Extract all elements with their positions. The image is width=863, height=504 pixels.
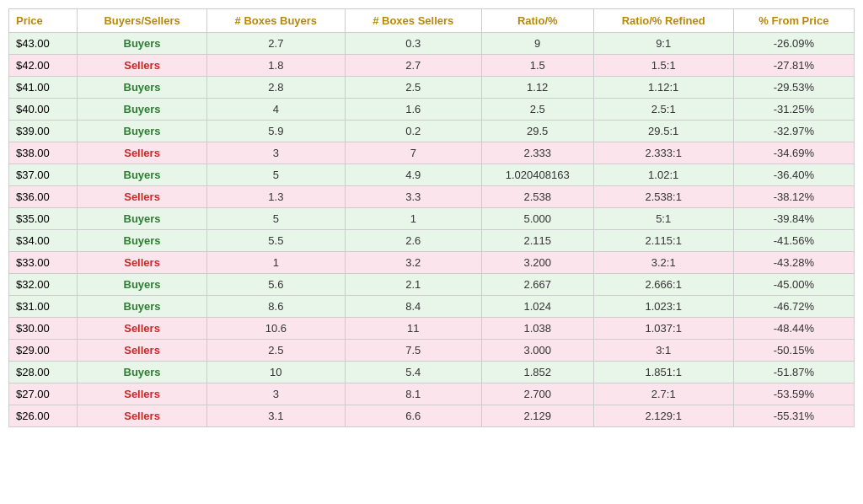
table-row: $36.00Sellers1.33.32.5382.538:1-38.12% (9, 186, 855, 208)
cell-14-6: -50.15% (733, 340, 854, 362)
cell-4-5: 29.5:1 (593, 121, 733, 142)
table-row: $39.00Buyers5.90.229.529.5:1-32.97% (9, 121, 855, 142)
cell-17-4: 2.129 (481, 405, 593, 427)
cell-3-0: $40.00 (9, 99, 78, 121)
table-row: $26.00Sellers3.16.62.1292.129:1-55.31% (9, 405, 855, 427)
cell-13-5: 1.037:1 (593, 318, 733, 340)
cell-0-5: 9:1 (593, 33, 733, 55)
cell-3-3: 1.6 (345, 99, 481, 121)
table-row: $33.00Sellers13.23.2003.2:1-43.28% (9, 252, 855, 274)
cell-11-4: 2.667 (481, 274, 593, 296)
cell-13-0: $30.00 (9, 318, 78, 340)
cell-12-2: 8.6 (206, 296, 345, 318)
cell-7-6: -38.12% (733, 186, 854, 208)
table-row: $27.00Sellers38.12.7002.7:1-53.59% (9, 383, 855, 405)
cell-3-1: Buyers (78, 99, 207, 121)
table-row: $29.00Sellers2.57.53.0003:1-50.15% (9, 340, 855, 362)
cell-10-6: -43.28% (733, 252, 854, 274)
cell-13-2: 10.6 (206, 318, 345, 340)
cell-2-4: 1.12 (481, 77, 593, 99)
cell-1-1: Sellers (78, 55, 207, 77)
cell-10-5: 3.2:1 (593, 252, 733, 274)
cell-16-4: 2.700 (481, 383, 593, 405)
table-row: $38.00Sellers372.3332.333:1-34.69% (9, 142, 855, 164)
cell-3-6: -31.25% (733, 99, 854, 121)
column-header-1: Buyers/Sellers (78, 9, 207, 33)
column-header-0: Price (9, 9, 78, 33)
cell-12-5: 1.023:1 (593, 296, 733, 318)
cell-1-2: 1.8 (206, 55, 345, 77)
cell-9-4: 2.115 (481, 230, 593, 252)
cell-8-3: 1 (345, 208, 481, 230)
cell-16-2: 3 (206, 383, 345, 405)
cell-4-0: $39.00 (9, 121, 78, 142)
cell-8-2: 5 (206, 208, 345, 230)
cell-4-2: 5.9 (206, 121, 345, 142)
cell-12-1: Buyers (78, 296, 207, 318)
cell-6-4: 1.020408163 (481, 164, 593, 186)
price-table: PriceBuyers/Sellers# Boxes Buyers# Boxes… (8, 8, 855, 427)
cell-6-2: 5 (206, 164, 345, 186)
cell-1-5: 1.5:1 (593, 55, 733, 77)
cell-8-1: Buyers (78, 208, 207, 230)
cell-8-6: -39.84% (733, 208, 854, 230)
cell-10-3: 3.2 (345, 252, 481, 274)
cell-8-4: 5.000 (481, 208, 593, 230)
cell-17-2: 3.1 (206, 405, 345, 427)
cell-10-1: Sellers (78, 252, 207, 274)
cell-7-4: 2.538 (481, 186, 593, 208)
table-row: $43.00Buyers2.70.399:1-26.09% (9, 33, 855, 55)
cell-9-3: 2.6 (345, 230, 481, 252)
cell-5-5: 2.333:1 (593, 142, 733, 164)
cell-10-0: $33.00 (9, 252, 78, 274)
cell-10-2: 1 (206, 252, 345, 274)
cell-5-0: $38.00 (9, 142, 78, 164)
cell-14-0: $29.00 (9, 340, 78, 362)
cell-15-3: 5.4 (345, 362, 481, 383)
cell-14-3: 7.5 (345, 340, 481, 362)
cell-0-3: 0.3 (345, 33, 481, 55)
cell-6-3: 4.9 (345, 164, 481, 186)
cell-17-6: -55.31% (733, 405, 854, 427)
cell-5-6: -34.69% (733, 142, 854, 164)
cell-12-0: $31.00 (9, 296, 78, 318)
cell-0-2: 2.7 (206, 33, 345, 55)
cell-7-0: $36.00 (9, 186, 78, 208)
cell-3-5: 2.5:1 (593, 99, 733, 121)
cell-12-3: 8.4 (345, 296, 481, 318)
cell-15-2: 10 (206, 362, 345, 383)
column-header-3: # Boxes Sellers (345, 9, 481, 33)
column-header-2: # Boxes Buyers (206, 9, 345, 33)
cell-16-0: $27.00 (9, 383, 78, 405)
cell-17-0: $26.00 (9, 405, 78, 427)
cell-17-3: 6.6 (345, 405, 481, 427)
cell-11-3: 2.1 (345, 274, 481, 296)
cell-11-2: 5.6 (206, 274, 345, 296)
cell-0-6: -26.09% (733, 33, 854, 55)
cell-15-5: 1.851:1 (593, 362, 733, 383)
cell-0-0: $43.00 (9, 33, 78, 55)
cell-15-6: -51.87% (733, 362, 854, 383)
cell-7-2: 1.3 (206, 186, 345, 208)
cell-5-4: 2.333 (481, 142, 593, 164)
cell-3-4: 2.5 (481, 99, 593, 121)
cell-7-5: 2.538:1 (593, 186, 733, 208)
table-row: $30.00Sellers10.6111.0381.037:1-48.44% (9, 318, 855, 340)
cell-1-6: -27.81% (733, 55, 854, 77)
cell-6-6: -36.40% (733, 164, 854, 186)
cell-9-2: 5.5 (206, 230, 345, 252)
cell-3-2: 4 (206, 99, 345, 121)
table-row: $41.00Buyers2.82.51.121.12:1-29.53% (9, 77, 855, 99)
cell-14-1: Sellers (78, 340, 207, 362)
cell-16-1: Sellers (78, 383, 207, 405)
table-row: $28.00Buyers105.41.8521.851:1-51.87% (9, 362, 855, 383)
cell-1-4: 1.5 (481, 55, 593, 77)
cell-17-5: 2.129:1 (593, 405, 733, 427)
table-row: $40.00Buyers41.62.52.5:1-31.25% (9, 99, 855, 121)
cell-8-0: $35.00 (9, 208, 78, 230)
cell-13-3: 11 (345, 318, 481, 340)
cell-5-3: 7 (345, 142, 481, 164)
cell-11-1: Buyers (78, 274, 207, 296)
cell-11-5: 2.666:1 (593, 274, 733, 296)
table-row: $34.00Buyers5.52.62.1152.115:1-41.56% (9, 230, 855, 252)
